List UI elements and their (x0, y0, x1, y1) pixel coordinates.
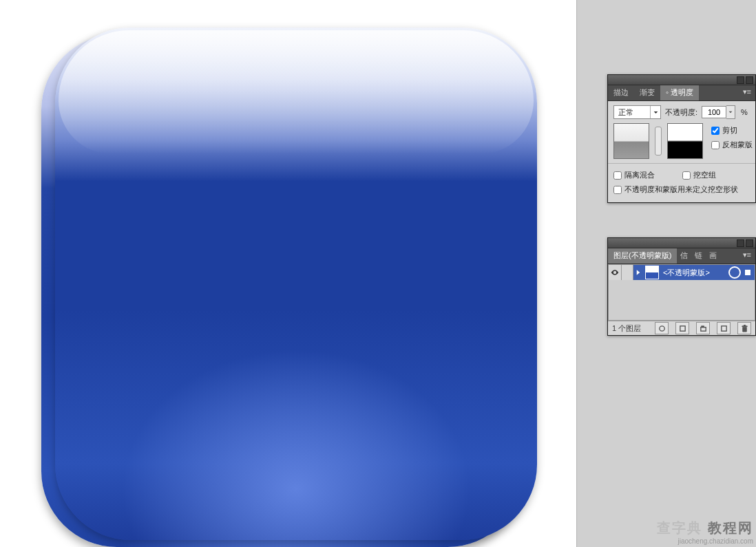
tab-layers[interactable]: 图层(不透明蒙版) (608, 248, 677, 264)
delete-layer-button[interactable] (737, 322, 751, 334)
locate-object-button[interactable] (655, 322, 669, 334)
transparency-panel: 描边 渐变 ◦ 透明度 ▾≡ 正常 不透明度: % (607, 74, 756, 203)
tab-label: 渐变 (640, 88, 655, 96)
target-icon[interactable] (728, 266, 741, 279)
checkbox-label: 不透明度和蒙版用来定义挖空形状 (624, 184, 738, 195)
make-clipping-mask-button[interactable] (675, 322, 689, 334)
layer-row[interactable]: <不透明蒙版> (609, 265, 755, 280)
chevron-right-icon (636, 270, 640, 275)
panel-menu-icon[interactable]: ▾≡ (739, 85, 755, 100)
mask-thumbnail[interactable] (667, 123, 703, 159)
opacity-input[interactable] (702, 105, 735, 119)
checkbox-label: 反相蒙版 (722, 140, 753, 150)
svg-rect-4 (721, 325, 726, 330)
panel-titlebar[interactable] (608, 75, 755, 85)
invert-mask-checkbox[interactable]: 反相蒙版 (711, 140, 753, 150)
collapse-icon[interactable] (737, 239, 744, 247)
layers-list[interactable]: <不透明蒙版> (608, 264, 755, 321)
tab-label: 画 (709, 251, 717, 259)
clip-checkbox[interactable]: 剪切 (711, 125, 753, 136)
panel-menu-icon[interactable]: ▾≡ (739, 248, 755, 264)
tab-stroke[interactable]: 描边 (608, 85, 634, 100)
watermark: 查字典 教程网 jiaocheng.chazidian.com (657, 519, 753, 545)
opacity-label: 不透明度: (665, 107, 697, 118)
eye-icon (611, 269, 619, 276)
new-sublayer-button[interactable] (696, 322, 710, 334)
opacity-field[interactable] (702, 106, 726, 118)
blend-mode-value: 正常 (614, 107, 650, 118)
opacity-mask-shape-checkbox[interactable]: 不透明度和蒙版用来定义挖空形状 (613, 184, 750, 195)
tab-links[interactable]: 链 (691, 248, 706, 264)
opacity-suffix: % (741, 108, 748, 116)
lock-toggle[interactable] (622, 265, 633, 280)
close-icon[interactable] (746, 239, 753, 247)
trash-icon (741, 325, 748, 332)
layers-footer: 1 个图层 (608, 321, 755, 335)
link-icon[interactable] (655, 127, 662, 155)
svg-rect-2 (700, 327, 705, 331)
knockout-group-checkbox[interactable]: 挖空组 (682, 170, 716, 180)
tab-label: 描边 (613, 88, 629, 96)
visibility-toggle[interactable] (609, 265, 622, 280)
close-icon[interactable] (746, 76, 753, 84)
svg-rect-3 (701, 325, 704, 327)
tab-artboards[interactable]: 画 (706, 248, 720, 264)
checkbox-label: 隔离混合 (624, 170, 655, 180)
tab-transparency[interactable]: ◦ 透明度 (660, 85, 699, 100)
tab-gradient[interactable]: 渐变 (634, 85, 660, 100)
selection-indicator[interactable] (745, 270, 750, 275)
isolate-blending-checkbox[interactable]: 隔离混合 (613, 170, 655, 180)
new-layer-button[interactable] (717, 322, 731, 334)
layer-thumbnail (645, 266, 659, 279)
svg-rect-1 (680, 325, 684, 330)
tab-label: 透明度 (671, 88, 693, 96)
layer-count: 1 个图层 (612, 323, 648, 334)
blend-mode-select[interactable]: 正常 (613, 105, 661, 119)
layers-panel: 图层(不透明蒙版) 信 链 画 ▾≡ <不透明蒙版> (607, 237, 756, 336)
svg-point-0 (659, 325, 664, 330)
canvas-area[interactable] (0, 0, 577, 547)
chevron-down-icon (650, 106, 660, 118)
tab-label: 信 (680, 251, 688, 259)
expand-toggle[interactable] (633, 265, 643, 280)
tab-label: 链 (695, 251, 702, 259)
collapse-icon[interactable] (737, 76, 744, 84)
panel-dock: 描边 渐变 ◦ 透明度 ▾≡ 正常 不透明度: % (577, 0, 756, 547)
object-thumbnail[interactable] (613, 123, 649, 159)
checkbox-label: 剪切 (722, 125, 737, 136)
panel-tabs: 描边 渐变 ◦ 透明度 ▾≡ (608, 85, 755, 101)
tab-label: 图层(不透明蒙版) (613, 251, 671, 259)
checkbox-label: 挖空组 (693, 170, 716, 180)
opacity-stepper[interactable] (726, 105, 735, 119)
panel-titlebar[interactable] (608, 238, 755, 248)
tab-info[interactable]: 信 (677, 248, 691, 264)
panel-tabs: 图层(不透明蒙版) 信 链 画 ▾≡ (608, 248, 755, 264)
artwork-blue-icon (41, 28, 537, 540)
layer-name[interactable]: <不透明蒙版> (661, 268, 724, 278)
